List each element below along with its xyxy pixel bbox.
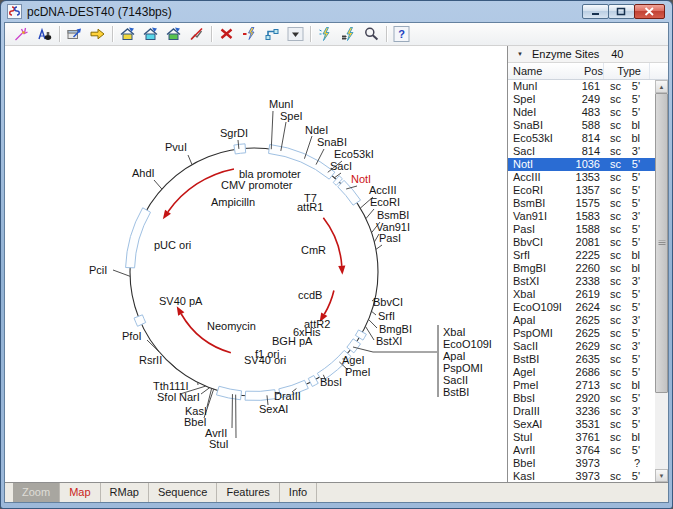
enzyme-row-Van91I[interactable]: Van91I1583sc3' [508,210,655,223]
magic-wand-button[interactable] [10,24,33,44]
enzyme-row-ApaI[interactable]: ApaI2625sc3' [508,314,655,327]
enzyme-row-BbvCI[interactable]: BbvCI2081sc5' [508,236,655,249]
enzyme-row-SacII[interactable]: SacII2629sc3' [508,340,655,353]
home-view-cyan-button[interactable] [139,24,162,44]
site-label-BbeI[interactable]: BbeI [184,416,207,428]
site-label-BstBI[interactable]: BstBI [443,386,469,398]
site-label-BmgBI[interactable]: BmgBI [379,323,412,335]
enzyme-row-PmeI[interactable]: PmeI2713scbl [508,379,655,392]
tab-map[interactable]: Map [60,483,100,502]
site-label-NdeI[interactable]: NdeI [305,124,328,136]
site-label-Eco53kI[interactable]: Eco53kI [334,148,374,160]
column-header-pos[interactable]: Pos [572,63,604,79]
site-label-PvuI[interactable]: PvuI [165,141,187,153]
site-label-KasI[interactable]: KasI [185,405,207,417]
goto-arrow-button[interactable] [86,24,109,44]
tab-zoom[interactable]: Zoom [13,483,60,502]
enzyme-row-DraIII[interactable]: DraIII3236sc3' [508,405,655,418]
enzyme-row-BsmBI[interactable]: BsmBI1575sc5' [508,197,655,210]
enzyme-row-BstBI[interactable]: BstBI2635sc5' [508,353,655,366]
enzyme-row-AvrII[interactable]: AvrII3764sc5' [508,444,655,457]
scrollbar[interactable]: ▲ ▼ [655,80,668,482]
site-label-DraIII[interactable]: DraIII [274,390,301,402]
calc-bolt-button[interactable] [314,24,337,44]
site-label-AgeI[interactable]: AgeI [342,354,365,366]
tab-features[interactable]: Features [217,483,279,502]
tab-rmap[interactable]: RMap [101,483,149,502]
site-label-MunI[interactable]: MunI [269,98,293,110]
site-label-EcoO109I[interactable]: EcoO109I [443,338,492,350]
title-bar[interactable]: pcDNA-DEST40 (7143bps) [5,2,668,21]
quick-cut-button[interactable] [238,24,261,44]
site-label-SpeI[interactable]: SpeI [280,110,303,122]
home-view-green-button[interactable] [162,24,185,44]
enzyme-row-AgeI[interactable]: AgeI2686sc5' [508,366,655,379]
site-label-PfoI[interactable]: PfoI [122,330,142,342]
site-label-NarI[interactable]: NarI [179,391,200,403]
help-button[interactable]: ? [390,24,413,44]
site-label-BbvCI[interactable]: BbvCI [373,296,403,308]
map-canvas[interactable]: MunISpeINdeISnaBIEco53kISacINotIAccIIIEc… [5,46,507,482]
search-button[interactable] [360,24,383,44]
no-cut-button[interactable] [185,24,208,44]
enzyme-panel-header[interactable]: ▼ Enzyme Sites 40 [508,46,668,63]
enzyme-row-XbaI[interactable]: XbaI2619sc5' [508,288,655,301]
site-label-PasI[interactable]: PasI [379,232,401,244]
site-label-XbaI[interactable]: XbaI [443,326,466,338]
site-label-SrfI[interactable]: SrfI [378,310,395,322]
site-label-PciI[interactable]: PciI [89,264,107,276]
tab-info[interactable]: Info [280,483,317,502]
enzyme-row-Eco53kI[interactable]: Eco53kI814scbl [508,132,655,145]
enzyme-row-NotI[interactable]: NotI1036sc5' [508,158,655,171]
site-label-SacII[interactable]: SacII [443,374,468,386]
column-header-type[interactable]: Type [604,63,650,79]
site-label-AccIII[interactable]: AccIII [369,184,397,196]
enzyme-row-NdeI[interactable]: NdeI483sc5' [508,106,655,119]
enzyme-row-SacI[interactable]: SacI814sc3' [508,145,655,158]
scroll-up-icon[interactable]: ▲ [655,80,668,93]
enzyme-row-SrfI[interactable]: SrfI2225scbl [508,249,655,262]
export-map-button[interactable] [63,24,86,44]
home-view-yellow-button[interactable] [116,24,139,44]
find-bolt-button[interactable] [337,24,360,44]
maximize-button[interactable] [608,4,635,19]
site-label-SfoI[interactable]: SfoI [157,391,177,403]
enzyme-row-PspOMI[interactable]: PspOMI2625sc5' [508,327,655,340]
site-label-SnaBI[interactable]: SnaBI [317,136,347,148]
scroll-track[interactable] [655,93,668,469]
site-label-SgrDI[interactable]: SgrDI [220,127,248,139]
enzyme-row-SexAI[interactable]: SexAI3531sc5' [508,418,655,431]
enzyme-row-AccIII[interactable]: AccIII1353sc5' [508,171,655,184]
enzyme-row-BmgBI[interactable]: BmgBI2260scbl [508,262,655,275]
scroll-down-icon[interactable]: ▼ [655,469,668,482]
site-label-BstXI[interactable]: BstXI [376,335,402,347]
enzyme-row-MunI[interactable]: MunI161sc5' [508,80,655,93]
site-label-BsmBI[interactable]: BsmBI [377,209,409,221]
minimize-button[interactable] [582,4,609,19]
site-label-StuI[interactable]: StuI [209,438,229,450]
site-label-EcoRI[interactable]: EcoRI [370,196,400,208]
site-label-RsrII[interactable]: RsrII [139,354,162,366]
site-label-PspOMI[interactable]: PspOMI [443,362,483,374]
dropdown-button[interactable] [284,24,307,44]
enzyme-row-PasI[interactable]: PasI1588sc5' [508,223,655,236]
enzyme-row-EcoO109I[interactable]: EcoO109I2624sc5' [508,301,655,314]
site-label-BbsI[interactable]: BbsI [320,376,342,388]
enzyme-row-SpeI[interactable]: SpeI249sc5' [508,93,655,106]
site-label-ApaI[interactable]: ApaI [443,350,466,362]
enzyme-row-KasI[interactable]: KasI3973sc5' [508,470,655,482]
enzyme-row-StuI[interactable]: StuI3761scbl [508,431,655,444]
enzyme-row-BbsI[interactable]: BbsI2920sc5' [508,392,655,405]
enzyme-row-BstXI[interactable]: BstXI2338sc3' [508,275,655,288]
enzyme-row-EcoRI[interactable]: EcoRI1357sc5' [508,184,655,197]
scroll-thumb[interactable] [655,93,668,393]
close-button[interactable] [634,4,665,19]
annotate-ink-button[interactable] [33,24,56,44]
site-label-SexAI[interactable]: SexAI [259,403,288,415]
column-header-name[interactable]: Name [508,63,572,79]
site-label-SacI[interactable]: SacI [330,160,352,172]
site-label-PmeI[interactable]: PmeI [345,366,371,378]
enzyme-row-BbeI[interactable]: BbeI3973? [508,457,655,470]
site-label-AhdI[interactable]: AhdI [132,167,155,179]
linked-view-button[interactable] [261,24,284,44]
